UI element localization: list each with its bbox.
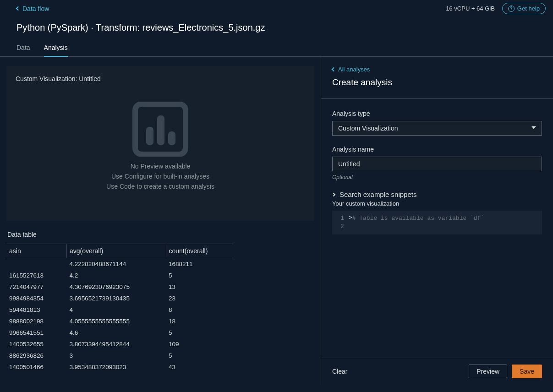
table-cell: 1400532655 [6, 338, 67, 350]
all-analyses-link[interactable]: All analyses [332, 66, 542, 73]
table-cell [6, 258, 67, 270]
tab-bar: Data Analysis [0, 33, 553, 57]
table-row[interactable]: 886293682635 [6, 350, 233, 361]
analysis-type-label: Analysis type [332, 110, 542, 117]
analysis-type-value: Custom Visualization [338, 125, 398, 132]
hint-configure: Use Configure for built-in analyses [111, 173, 209, 180]
table-cell: 3 [67, 350, 166, 361]
table-cell: 9888002198 [6, 316, 67, 327]
table-cell: 1688211 [166, 258, 233, 270]
table-cell: 8 [166, 304, 233, 316]
data-table-title: Data table [7, 231, 314, 238]
table-cell: 18 [166, 316, 233, 327]
code-body[interactable]: # Table is available as variable `df` [352, 214, 485, 231]
chart-placeholder-icon [131, 102, 190, 157]
code-editor[interactable]: 12 ># Table is available as variable `df… [332, 211, 542, 234]
all-analyses-label: All analyses [338, 66, 370, 73]
column-header[interactable]: avg(overall) [67, 244, 166, 258]
help-icon: ? [508, 5, 515, 12]
optional-hint: Optional [332, 174, 542, 180]
column-header[interactable]: count(overall) [166, 244, 233, 258]
analysis-type-select[interactable]: Custom Visualization [332, 121, 542, 136]
table-cell: 5 [166, 327, 233, 338]
back-to-data-flow[interactable]: Data flow [16, 5, 49, 12]
footer-bar: Clear Preview Save [321, 358, 553, 385]
analysis-name-label: Analysis name [332, 146, 542, 153]
table-cell: 4.3076923076923075 [67, 281, 166, 293]
table-cell: 1615527613 [6, 270, 67, 281]
get-help-button[interactable]: ? Get help [502, 3, 546, 14]
back-label: Data flow [22, 5, 49, 12]
table-row[interactable]: 14005014663.95348837209302343 [6, 361, 233, 373]
tab-analysis[interactable]: Analysis [44, 44, 68, 57]
table-cell: 5 [166, 350, 233, 361]
table-row[interactable]: 14005326553.8073394495412844109 [6, 338, 233, 350]
table-cell: 8862936826 [6, 350, 67, 361]
table-cell: 4.6 [67, 327, 166, 338]
panel-heading: Create analysis [332, 77, 542, 87]
save-button[interactable]: Save [512, 365, 542, 378]
search-snippets-toggle[interactable]: Search example snippets [332, 191, 542, 198]
table-row[interactable]: 99849843543.695652173913043523 [6, 293, 233, 304]
line-gutter: 12 [332, 214, 349, 231]
preview-button[interactable]: Preview [469, 365, 507, 378]
chevron-left-icon [16, 6, 21, 11]
resource-info: 16 vCPU + 64 GiB [446, 5, 495, 12]
table-row[interactable]: 4.2228204886711441688211 [6, 258, 233, 270]
help-label: Get help [517, 5, 540, 12]
chevron-down-icon [531, 126, 536, 129]
hint-code: Use Code to create a custom analysis [106, 183, 214, 190]
custom-viz-label: Your custom visualization [332, 200, 542, 207]
table-cell: 4.0555555555555555 [67, 316, 166, 327]
chevron-right-icon [332, 192, 335, 196]
table-row[interactable]: 98880021984.055555555555555518 [6, 316, 233, 327]
svg-rect-3 [168, 131, 175, 145]
snippets-label: Search example snippets [339, 191, 416, 198]
table-cell: 9984984354 [6, 293, 67, 304]
table-cell: 4.222820488671144 [67, 258, 166, 270]
table-row[interactable]: 72140479774.307692307692307513 [6, 281, 233, 293]
table-row[interactable]: 16155276134.25 [6, 270, 233, 281]
svg-rect-2 [157, 115, 164, 145]
table-cell: 594481813 [6, 304, 67, 316]
table-cell: 4 [67, 304, 166, 316]
table-cell: 13 [166, 281, 233, 293]
chevron-left-icon [332, 67, 336, 72]
table-cell: 3.8073394495412844 [67, 338, 166, 350]
svg-rect-1 [146, 127, 153, 145]
column-header[interactable]: asin [6, 244, 67, 258]
table-cell: 1400501466 [6, 361, 67, 373]
table-cell: 9966541551 [6, 327, 67, 338]
table-cell: 3.6956521739130435 [67, 293, 166, 304]
table-cell: 7214047977 [6, 281, 67, 293]
table-cell: 3.953488372093023 [67, 361, 166, 373]
analysis-name-input[interactable] [332, 157, 542, 171]
data-table: asinavg(overall)count(overall) 4.2228204… [6, 244, 233, 373]
table-cell: 4.2 [67, 270, 166, 281]
viz-card-title: Custom Visualization: Untitled [16, 75, 305, 82]
table-cell: 5 [166, 270, 233, 281]
no-preview-text: No Preview available [131, 163, 191, 170]
visualization-card: Custom Visualization: Untitled No Previe… [6, 66, 314, 221]
divider [321, 98, 553, 99]
table-cell: 23 [166, 293, 233, 304]
page-title: Python (PySpark) · Transform: reviews_El… [0, 14, 553, 33]
clear-button[interactable]: Clear [332, 368, 347, 375]
tab-data[interactable]: Data [16, 44, 30, 56]
table-row[interactable]: 59448181348 [6, 304, 233, 316]
table-cell: 43 [166, 361, 233, 373]
table-cell: 109 [166, 338, 233, 350]
table-row[interactable]: 99665415514.65 [6, 327, 233, 338]
